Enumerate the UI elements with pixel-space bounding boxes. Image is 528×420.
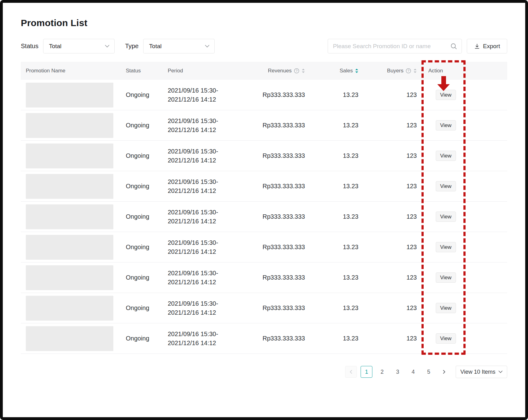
period-start: 2021/09/16 15:30- — [168, 269, 258, 278]
view-button[interactable]: View — [436, 90, 456, 100]
action-cell: View — [424, 212, 464, 222]
next-page-button[interactable] — [438, 366, 450, 378]
view-button[interactable]: View — [436, 272, 456, 283]
sort-icon[interactable] — [413, 69, 417, 73]
period-cell: 2021/09/16 15:30- 2021/12/16 14:12 — [159, 208, 258, 226]
type-filter-value: Total — [149, 43, 162, 50]
export-button[interactable]: Export — [467, 39, 507, 53]
page-number-button[interactable]: 5 — [423, 366, 435, 378]
period-cell: 2021/09/16 15:30- 2021/12/16 14:12 — [159, 269, 258, 287]
promotion-name-cell — [21, 83, 117, 107]
view-button[interactable]: View — [436, 181, 456, 191]
promotion-name-cell — [21, 144, 117, 168]
view-button[interactable]: View — [436, 303, 456, 313]
promotion-name-placeholder — [26, 204, 113, 229]
promotion-table: Promotion Name Status Period Revenues ? … — [21, 62, 507, 354]
svg-text:?: ? — [296, 69, 298, 73]
page-number-button[interactable]: 3 — [392, 366, 403, 378]
period-end: 2021/12/16 14:12 — [168, 308, 258, 317]
table-row: Ongoing 2021/09/16 15:30- 2021/12/16 14:… — [21, 323, 507, 354]
buyers-cell: 123 — [366, 244, 424, 251]
page-number-button[interactable]: 1 — [361, 366, 372, 378]
page-number-button[interactable]: 2 — [376, 366, 388, 378]
table-row: Ongoing 2021/09/16 15:30- 2021/12/16 14:… — [21, 80, 507, 110]
period-cell: 2021/09/16 15:30- 2021/12/16 14:12 — [159, 177, 258, 195]
sales-cell: 13.23 — [316, 152, 366, 159]
revenues-cell: Rp333.333.333 — [258, 335, 316, 342]
search-box — [328, 39, 462, 53]
period-cell: 2021/09/16 15:30- 2021/12/16 14:12 — [159, 299, 258, 317]
promotion-name-cell — [21, 174, 117, 199]
period-start: 2021/09/16 15:30- — [168, 238, 258, 247]
promotion-name-placeholder — [26, 235, 113, 260]
status-cell: Ongoing — [117, 213, 159, 220]
column-header-revenues: Revenues ? — [258, 68, 316, 74]
status-cell: Ongoing — [117, 335, 159, 342]
download-icon — [474, 43, 480, 49]
pagination: 12345 View 10 Items — [21, 366, 507, 378]
svg-text:?: ? — [407, 69, 409, 73]
help-icon[interactable]: ? — [294, 68, 299, 74]
action-cell: View — [424, 242, 464, 252]
status-cell: Ongoing — [117, 152, 159, 159]
buyers-cell: 123 — [366, 91, 424, 98]
table-row: Ongoing 2021/09/16 15:30- 2021/12/16 14:… — [21, 293, 507, 323]
sales-cell: 13.23 — [316, 304, 366, 312]
status-filter-select[interactable]: Total — [43, 39, 115, 53]
sales-cell: 13.23 — [316, 183, 366, 190]
table-header: Promotion Name Status Period Revenues ? … — [21, 62, 507, 80]
period-cell: 2021/09/16 15:30- 2021/12/16 14:12 — [159, 147, 258, 165]
search-icon[interactable] — [450, 43, 457, 50]
table-row: Ongoing 2021/09/16 15:30- 2021/12/16 14:… — [21, 262, 507, 293]
column-header-action: Action — [424, 68, 464, 74]
revenues-cell: Rp333.333.333 — [258, 91, 316, 98]
column-header-period: Period — [159, 68, 258, 74]
action-cell: View — [424, 272, 464, 283]
status-cell: Ongoing — [117, 274, 159, 281]
chevron-down-icon — [498, 371, 503, 373]
sales-cell: 13.23 — [316, 213, 366, 220]
column-header-buyers: Buyers ? — [366, 68, 424, 74]
page-number-button[interactable]: 4 — [407, 366, 419, 378]
period-end: 2021/12/16 14:12 — [168, 217, 258, 226]
type-filter-label: Type — [125, 43, 139, 50]
page-size-select[interactable]: View 10 Items — [456, 366, 507, 378]
buyers-cell: 123 — [366, 183, 424, 190]
view-button[interactable]: View — [436, 242, 456, 252]
period-end: 2021/12/16 14:12 — [168, 156, 258, 165]
column-header-sales: Sales — [316, 68, 366, 74]
table-row: Ongoing 2021/09/16 15:30- 2021/12/16 14:… — [21, 171, 507, 202]
sales-cell: 13.23 — [316, 244, 366, 251]
page-size-label: View 10 Items — [460, 369, 495, 375]
promotion-name-placeholder — [26, 326, 113, 351]
view-button[interactable]: View — [436, 151, 456, 161]
promotion-name-cell — [21, 204, 117, 229]
search-input[interactable] — [333, 43, 450, 50]
view-button[interactable]: View — [436, 120, 456, 130]
period-end: 2021/12/16 14:12 — [168, 186, 258, 195]
table-body: Ongoing 2021/09/16 15:30- 2021/12/16 14:… — [21, 80, 507, 354]
page-list: 12345 — [361, 366, 435, 378]
promotion-name-placeholder — [26, 83, 113, 107]
view-button[interactable]: View — [436, 212, 456, 222]
promotion-name-placeholder — [26, 296, 113, 321]
buyers-cell: 123 — [366, 213, 424, 220]
status-cell: Ongoing — [117, 183, 159, 190]
promotion-name-placeholder — [26, 174, 113, 199]
export-button-label: Export — [483, 43, 500, 50]
period-start: 2021/09/16 15:30- — [168, 147, 258, 156]
promotion-name-placeholder — [26, 113, 113, 138]
sort-icon-active[interactable] — [355, 69, 358, 73]
action-cell: View — [424, 303, 464, 313]
previous-page-button[interactable] — [345, 366, 357, 378]
action-cell: View — [424, 120, 464, 130]
revenues-cell: Rp333.333.333 — [258, 122, 316, 129]
promotion-name-cell — [21, 235, 117, 260]
revenues-cell: Rp333.333.333 — [258, 183, 316, 190]
type-filter-select[interactable]: Total — [143, 39, 215, 53]
period-cell: 2021/09/16 15:30- 2021/12/16 14:12 — [159, 330, 258, 348]
view-button[interactable]: View — [436, 333, 456, 344]
sort-icon[interactable] — [302, 69, 305, 73]
period-cell: 2021/09/16 15:30- 2021/12/16 14:12 — [159, 238, 258, 256]
help-icon[interactable]: ? — [406, 68, 411, 74]
